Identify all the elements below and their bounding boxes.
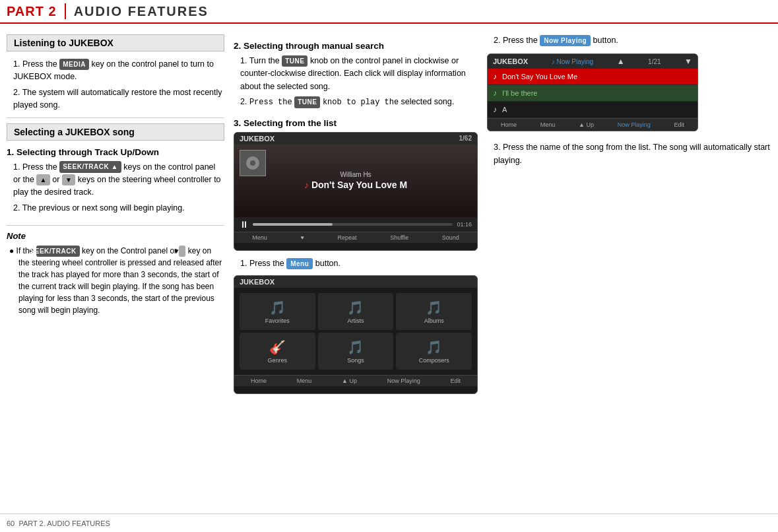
jb-progress-bar (253, 223, 453, 226)
jukebox-menu-screen: JUKEBOX 🎵 Favorites 🎵 Artists 🎵 Albums 🎸 (234, 275, 478, 394)
jukebox-playing-screen: JUKEBOX 1/62 William Hs ♪ Don't Say You … (234, 132, 478, 251)
jb-btn-menu[interactable]: Menu (252, 234, 267, 241)
jb-np-home[interactable]: Home (501, 121, 517, 128)
note-section: Note ● If the SEEK/TRACK key on the Cont… (7, 225, 224, 316)
svg-point-1 (250, 160, 255, 166)
jb-time: 01:16 (457, 221, 472, 228)
favorites-icon: 🎵 (269, 300, 286, 316)
jb-menu-nowplaying[interactable]: Now Playing (387, 378, 420, 384)
row3-text: A (502, 106, 507, 114)
manual-item-2: 2. Press the TUNE knob to play the selec… (240, 96, 478, 109)
jb-menu-title: JUKEBOX (240, 278, 275, 286)
jb-menu-item-favorites[interactable]: 🎵 Favorites (240, 293, 315, 330)
jb-np-nowplaying[interactable]: Now Playing (618, 121, 651, 128)
note-bullet: ● If the SEEK/TRACK key on the Control p… (9, 245, 224, 316)
jb-btn-sound[interactable]: Sound (442, 234, 459, 241)
footer-page-num: 60 (7, 519, 15, 527)
jb-menu-menu[interactable]: Menu (297, 378, 312, 384)
songs-icon: 🎵 (347, 339, 364, 355)
jb-np-rows: ♪ Don't Say You Love Me ♪ I'll be there … (488, 69, 697, 118)
right-column: 2. Press the Now Playing button. JUKEBOX… (487, 34, 771, 507)
genres-label: Genres (268, 357, 288, 364)
jb-np-right-nowplaying-label: ♪ Now Playing (552, 58, 593, 65)
list-item-1: 1. Press the Menu button. (240, 257, 478, 270)
jb-menu-up[interactable]: ▲ Up (342, 378, 357, 384)
page-header: PART 2 AUDIO FEATURES (0, 0, 778, 24)
section-selecting-heading: Selecting a JUKEBOX song (7, 123, 224, 141)
jb-menu-item-composers[interactable]: 🎵 Composers (396, 333, 472, 370)
row2-icon: ♪ (493, 88, 497, 98)
jb-play-area: William Hs ♪ Don't Say You Love M (234, 145, 477, 217)
row1-icon: ♪ (493, 72, 497, 81)
albums-label: Albums (424, 317, 444, 324)
jb-menu-bottom-bar: Home Menu ▲ Up Now Playing Edit (234, 375, 477, 386)
jb-btn-heart[interactable]: ♥ (300, 234, 304, 241)
tune-badge-1: TUNE (282, 55, 308, 67)
header-divider (65, 3, 66, 19)
s2-sub-heading: 1. Selecting through Track Up/Down (7, 147, 224, 157)
divider-1 (7, 117, 224, 118)
s2-item-1: 1. Press the SEEK/TRACK ▲ keys on the co… (13, 161, 224, 199)
s1-item-2: 2. The system will automatically restore… (13, 86, 224, 112)
jb-progress-fill (253, 223, 333, 226)
mid-column: 2. Selecting through manual search 1. Tu… (234, 34, 478, 507)
menu-badge: Menu (286, 258, 313, 270)
jb-np-row-2[interactable]: ♪ I'll be there (488, 85, 697, 102)
jb-menu-home[interactable]: Home (251, 378, 267, 384)
jb-btn-shuffle[interactable]: Shuffle (390, 234, 408, 241)
jb-np-right-title: JUKEBOX (493, 57, 528, 65)
composers-icon: 🎵 (426, 339, 442, 355)
jb-np-row-1[interactable]: ♪ Don't Say You Love Me (488, 69, 697, 85)
jb-np-row-3[interactable]: ♪ A (488, 102, 697, 118)
up-badge: ▲ (36, 174, 49, 186)
note-title: Note (7, 231, 224, 241)
jb-count-1: 1/62 (459, 135, 472, 142)
press-np-text: 2. Press the Now Playing button. (494, 34, 771, 47)
songs-label: Songs (347, 357, 364, 364)
jb-play-bottom-bar: Menu ♥ Repeat Shuffle Sound (234, 232, 477, 243)
jb-np-right-scroll-dn[interactable]: ▼ (684, 57, 692, 66)
jb-np-up[interactable]: ▲ Up (579, 121, 594, 128)
genres-icon: 🎸 (269, 339, 286, 355)
down-badge: ▼ (62, 174, 75, 186)
composers-label: Composers (419, 357, 449, 364)
jb-song-title: Don't Say You Love M (311, 180, 407, 190)
jb-menu-edit[interactable]: Edit (451, 378, 461, 384)
footer-page-text: PART 2. AUDIO FEATURES (18, 519, 110, 527)
left-column: Listening to JUKEBOX 1. Press the MEDIA … (7, 34, 224, 507)
albums-icon: 🎵 (426, 300, 442, 316)
jb-menu-item-songs[interactable]: 🎵 Songs (318, 333, 394, 370)
jb-menu-item-artists[interactable]: 🎵 Artists (318, 293, 394, 330)
jb-menu-item-genres[interactable]: 🎸 Genres (240, 333, 315, 370)
section-listening-heading: Listening to JUKEBOX (7, 34, 224, 51)
jb-artist: William Hs (340, 171, 371, 178)
jb-np-right-header: JUKEBOX ♪ Now Playing ▲ 1/21 ▼ (488, 54, 697, 69)
jb-title-1: JUKEBOX (240, 135, 275, 143)
row3-icon: ♪ (493, 105, 497, 114)
page-footer: 60 PART 2. AUDIO FEATURES (0, 514, 778, 532)
manual-search-heading: 2. Selecting through manual search (234, 41, 478, 51)
s1-item-1: 1. Press the MEDIA key on the control pa… (13, 58, 224, 84)
favorites-label: Favorites (265, 317, 290, 324)
artists-label: Artists (347, 317, 364, 324)
jb-nowplaying-screen: JUKEBOX ♪ Now Playing ▲ 1/21 ▼ ♪ Don't S… (487, 53, 698, 131)
part-label: PART 2 (7, 4, 57, 19)
jb-np-edit[interactable]: Edit (674, 121, 685, 128)
jb-np-right-scroll[interactable]: ▲ (617, 57, 625, 66)
s2-item-2: 2. The previous or next song will begin … (13, 202, 224, 215)
main-content: Listening to JUKEBOX 1. Press the MEDIA … (0, 24, 778, 514)
jb-play-controls: ⏸ 01:16 (234, 217, 477, 232)
page-title: AUDIO FEATURES (74, 4, 209, 19)
jb-np-right-count: 1/21 (648, 58, 661, 65)
jb-np-bottom-bar: Home Menu ▲ Up Now Playing Edit (488, 118, 697, 131)
jb-btn-repeat[interactable]: Repeat (337, 234, 356, 241)
jb-menu-item-albums[interactable]: 🎵 Albums (396, 293, 472, 330)
row2-text: I'll be there (502, 89, 537, 97)
manual-item-1: 1. Turn the TUNE knob on the control pan… (240, 55, 478, 93)
media-badge: MEDIA (59, 59, 89, 71)
seek-badge: SEEK/TRACK ▲ (59, 161, 121, 173)
tune-badge-2: TUNE (294, 96, 320, 108)
row1-text: Don't Say You Love Me (502, 73, 577, 81)
jb-np-menu[interactable]: Menu (540, 121, 556, 128)
jb-pause-icon: ⏸ (240, 219, 249, 230)
